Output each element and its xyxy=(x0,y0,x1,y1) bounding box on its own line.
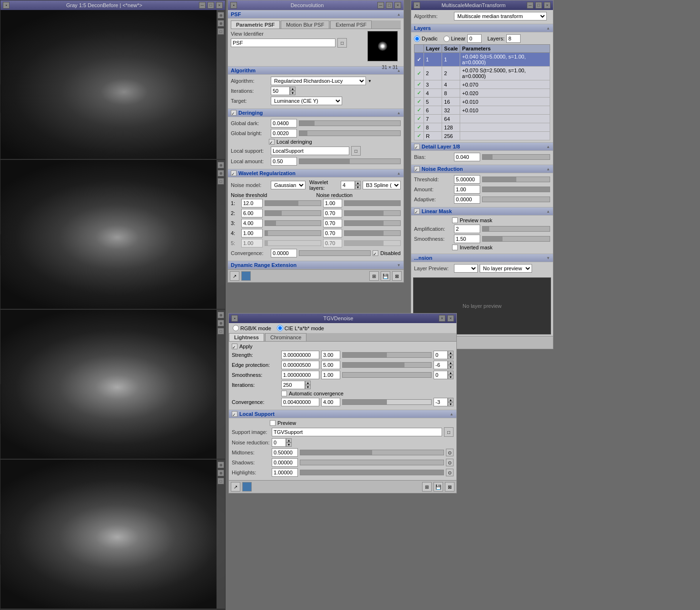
linear-value-input[interactable] xyxy=(467,34,482,43)
panel3-tool-1[interactable]: ⊕ xyxy=(217,312,224,318)
midtones-icon[interactable]: ⊙ xyxy=(446,449,454,456)
maximize-btn[interactable]: □ xyxy=(207,2,214,9)
local-amount-slider[interactable] xyxy=(299,158,401,164)
edge-input2[interactable] xyxy=(321,361,340,369)
adaptive-input[interactable] xyxy=(454,195,480,204)
panel2-tool-2[interactable]: ⊗ xyxy=(217,170,224,177)
decon-tool-expand[interactable]: ⊠ xyxy=(392,271,402,281)
layers-table-row[interactable]: ✓ 3 4 +0.070 xyxy=(414,80,550,89)
strength-input2[interactable] xyxy=(321,351,340,359)
highlights-input[interactable] xyxy=(272,468,298,477)
tab-external-psf[interactable]: External PSF xyxy=(330,20,372,29)
iterations-input[interactable] xyxy=(271,87,290,95)
threshold-input[interactable] xyxy=(454,175,480,184)
panel4-tool-3[interactable]: □ xyxy=(217,478,224,484)
psf-section-header[interactable]: PSF ▲ xyxy=(228,10,404,19)
strength-spin-down[interactable]: ▼ xyxy=(448,355,454,359)
minimize-btn[interactable]: ─ xyxy=(199,2,206,9)
wavelet-row1-threshold-slider[interactable] xyxy=(265,200,321,206)
wavelet-row2-reduction[interactable] xyxy=(323,209,342,217)
wavelet-row1-threshold[interactable] xyxy=(241,199,263,207)
panel3-tool-3[interactable]: □ xyxy=(217,328,224,335)
convergence-spin-down[interactable]: ▼ xyxy=(448,402,454,406)
image-window-titlebar[interactable]: ▪ Gray 1:5 DeconBefore | <*new*> ─ □ × xyxy=(0,0,225,10)
iterations-tgv-up[interactable]: ▲ xyxy=(305,381,311,385)
tgv-tool-expand[interactable]: ⊠ xyxy=(445,482,454,492)
tab-lightness[interactable]: Lightness xyxy=(229,333,264,341)
highlights-slider[interactable] xyxy=(300,470,444,475)
global-dark-input[interactable] xyxy=(271,119,297,128)
decon-tool-rect[interactable] xyxy=(241,271,251,281)
linear-mask-collapse[interactable]: ▲ xyxy=(546,209,550,214)
panel2-tool-1[interactable]: ⊕ xyxy=(217,162,224,168)
layers-table-row[interactable]: ✓ 5 16 +0.010 xyxy=(414,98,550,106)
psf-collapse[interactable]: ▲ xyxy=(397,12,401,17)
detail-layer-checkbox[interactable] xyxy=(414,144,420,149)
tab-chrominance[interactable]: Chrominance xyxy=(265,333,306,341)
wavelet-row4-threshold[interactable] xyxy=(241,229,263,237)
smoothness-spin-input[interactable] xyxy=(434,371,448,379)
amount-slider[interactable] xyxy=(482,187,550,192)
tgv-tool-arrow[interactable]: ↗ xyxy=(231,482,240,492)
tgv-noise-reduction-input[interactable] xyxy=(272,438,286,447)
algorithm-select[interactable]: Regularized Richardson-Lucy xyxy=(271,77,366,85)
iterations-down[interactable]: ▼ xyxy=(290,91,296,95)
convergence-spin-up[interactable]: ▲ xyxy=(448,398,454,402)
mmt-titlebar[interactable]: ▪ MultiscaleMedianTransform ─ □ × xyxy=(411,0,553,10)
layers-collapse[interactable]: ▲ xyxy=(546,26,550,30)
psf-view-input[interactable] xyxy=(231,39,335,47)
wavelet-row2-threshold[interactable] xyxy=(241,209,263,217)
midtones-slider[interactable] xyxy=(300,450,444,455)
tab-motion-blur-psf[interactable]: Motion Blur PSF xyxy=(281,20,329,29)
detail-layer-collapse[interactable]: ▲ xyxy=(546,145,550,149)
edge-spin-input[interactable] xyxy=(434,361,448,369)
detail-layer-header[interactable]: Detail Layer 1/8 ▲ xyxy=(411,142,553,151)
wavelet-checkbox[interactable] xyxy=(231,170,237,176)
shadows-input[interactable] xyxy=(272,458,298,467)
target-select[interactable]: Luminance (CIE Y) xyxy=(271,97,342,105)
panel-tool-1[interactable]: ⊕ xyxy=(217,12,224,19)
tgv-close[interactable]: × xyxy=(447,315,454,322)
smoothness-spin-down[interactable]: ▼ xyxy=(448,375,454,379)
global-bright-slider[interactable] xyxy=(299,130,401,136)
rgb-mode-radio[interactable] xyxy=(233,325,239,331)
preview-mask-checkbox[interactable] xyxy=(452,217,458,223)
edge-spin-down[interactable]: ▼ xyxy=(448,365,454,369)
linear-mask-checkbox[interactable] xyxy=(414,208,420,214)
noise-reduction-checkbox[interactable] xyxy=(414,166,420,172)
wavelet-layers-input[interactable] xyxy=(341,181,355,189)
layers-table-row[interactable]: ✓ 7 64 xyxy=(414,115,550,123)
linear-mask-header[interactable]: Linear Mask ▲ xyxy=(411,207,553,216)
tgv-tool-copy[interactable]: ⊞ xyxy=(422,482,432,492)
tgv-minimize[interactable]: × xyxy=(439,315,445,322)
psf-browse-btn[interactable]: □ xyxy=(337,38,347,48)
tab-parametric-psf[interactable]: Parametric PSF xyxy=(231,20,280,29)
wavelet-layers-up[interactable]: ▲ xyxy=(355,181,361,185)
auto-convergence-checkbox[interactable] xyxy=(281,391,287,396)
smoothness-slider[interactable] xyxy=(482,236,550,242)
wavelet-row4-reduction[interactable] xyxy=(323,229,342,237)
layers-table-row[interactable]: ✓ 4 8 +0.020 xyxy=(414,89,550,98)
deringing-section-header[interactable]: Deringing ▲ xyxy=(228,108,404,117)
decon-close[interactable]: × xyxy=(394,2,401,9)
close-btn[interactable]: × xyxy=(216,2,223,9)
adaptive-slider[interactable] xyxy=(482,197,550,202)
local-support-input[interactable] xyxy=(271,147,349,155)
iterations-tgv-input[interactable] xyxy=(281,381,305,389)
tgv-tool-save[interactable]: 💾 xyxy=(434,482,443,492)
strength-input1[interactable] xyxy=(281,351,319,359)
linear-radio[interactable] xyxy=(444,36,450,42)
edge-slider[interactable] xyxy=(342,362,432,368)
global-dark-slider[interactable] xyxy=(299,120,401,126)
decon-tool-save[interactable]: 💾 xyxy=(381,271,390,281)
preview-checkbox[interactable] xyxy=(270,420,276,426)
wavelet-row1-reduction[interactable] xyxy=(323,199,342,207)
algorithm-section-header[interactable]: Algorithm ▲ xyxy=(228,66,404,75)
bias-slider[interactable] xyxy=(482,154,550,160)
wavelet-row4-threshold-slider[interactable] xyxy=(265,230,321,236)
ext-collapse[interactable]: ▼ xyxy=(546,256,550,260)
tgv-nr-up[interactable]: ▲ xyxy=(286,438,292,443)
local-support-section-header[interactable]: Local Support ▲ xyxy=(229,410,456,418)
tgv-nr-down[interactable]: ▼ xyxy=(286,443,292,447)
layers-count-input[interactable] xyxy=(506,34,521,43)
